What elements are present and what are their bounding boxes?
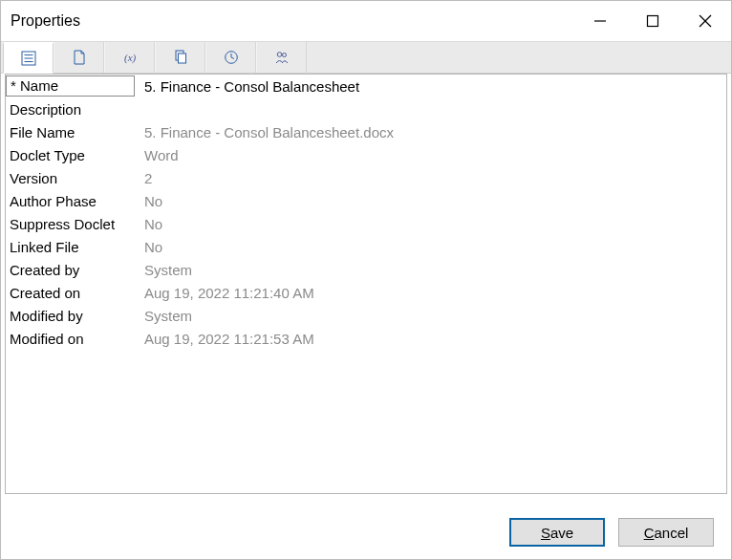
- label-description: Description: [6, 101, 135, 118]
- svg-rect-10: [178, 54, 185, 63]
- actors-tab[interactable]: [256, 42, 307, 73]
- row-linked-file: Linked File No: [6, 235, 726, 258]
- cancel-button[interactable]: Cancel: [618, 518, 714, 547]
- label-file-name: File Name: [6, 124, 135, 140]
- value-created-on: Aug 19, 2022 11:21:40 AM: [135, 285, 726, 301]
- row-version: Version 2: [6, 166, 726, 189]
- close-button[interactable]: [678, 1, 731, 41]
- variables-tab[interactable]: (x): [104, 42, 155, 73]
- variable-x-icon: (x): [122, 50, 138, 65]
- copy-page-icon: [173, 50, 188, 65]
- label-created-by: Created by: [6, 262, 135, 278]
- row-created-on: Created on Aug 19, 2022 11:21:40 AM: [6, 281, 726, 304]
- value-version: 2: [135, 170, 726, 186]
- value-modified-by: System: [135, 308, 726, 324]
- properties-dialog: Properties (x): [0, 0, 732, 560]
- row-description: Description: [6, 97, 726, 120]
- svg-line-13: [231, 57, 234, 59]
- maximize-button[interactable]: [626, 1, 678, 41]
- label-linked-file: Linked File: [6, 239, 135, 255]
- row-suppress-doclet: Suppress Doclet No: [6, 212, 726, 235]
- row-modified-by: Modified by System: [6, 304, 726, 327]
- titlebar: Properties: [1, 1, 731, 41]
- value-linked-file: No: [135, 239, 726, 255]
- label-version: Version: [6, 170, 135, 186]
- users-icon: [274, 50, 290, 65]
- clock-icon: [224, 50, 239, 65]
- cancel-button-label: Cancel: [644, 525, 689, 541]
- properties-tab[interactable]: [3, 42, 54, 74]
- label-name: * Name: [6, 75, 135, 97]
- svg-point-15: [282, 54, 286, 57]
- row-name: * Name 5. Finance - Consol Balancesheet: [6, 75, 726, 97]
- value-doclet-type: Word: [135, 147, 726, 163]
- label-author-phase: Author Phase: [6, 193, 135, 209]
- properties-list-icon: [21, 51, 36, 66]
- label-suppress-doclet: Suppress Doclet: [6, 216, 135, 232]
- window-title: Properties: [11, 12, 80, 30]
- save-button[interactable]: Save: [509, 518, 605, 547]
- row-modified-on: Modified on Aug 19, 2022 11:21:53 AM: [6, 327, 726, 350]
- minimize-button[interactable]: [573, 1, 626, 41]
- history-tab[interactable]: [205, 42, 256, 73]
- value-file-name: 5. Finance - Consol Balancesheet.docx: [135, 124, 726, 140]
- copy-tab[interactable]: [155, 42, 205, 73]
- maximize-icon: [646, 14, 659, 28]
- label-created-on: Created on: [6, 285, 135, 301]
- svg-rect-1: [647, 16, 657, 27]
- value-modified-on: Aug 19, 2022 11:21:53 AM: [135, 331, 726, 347]
- value-created-by: System: [135, 262, 726, 278]
- properties-table: * Name 5. Finance - Consol Balancesheet …: [5, 74, 727, 494]
- doclet-tab[interactable]: [54, 42, 104, 73]
- label-modified-by: Modified by: [6, 308, 135, 324]
- row-author-phase: Author Phase No: [6, 189, 726, 212]
- value-suppress-doclet: No: [135, 216, 726, 232]
- row-file-name: File Name 5. Finance - Consol Balanceshe…: [6, 120, 726, 143]
- page-icon: [72, 50, 87, 65]
- row-doclet-type: Doclet Type Word: [6, 143, 726, 166]
- value-name[interactable]: 5. Finance - Consol Balancesheet: [135, 78, 726, 95]
- label-modified-on: Modified on: [6, 331, 135, 347]
- svg-point-14: [277, 53, 282, 57]
- tabbar: (x): [1, 41, 731, 74]
- minimize-icon: [593, 14, 607, 28]
- close-icon: [699, 14, 712, 28]
- svg-text:(x): (x): [124, 52, 137, 64]
- save-button-label: Save: [541, 525, 573, 541]
- label-doclet-type: Doclet Type: [6, 147, 135, 163]
- value-author-phase: No: [135, 193, 726, 209]
- row-created-by: Created by System: [6, 258, 726, 281]
- content-area: * Name 5. Finance - Consol Balancesheet …: [1, 74, 731, 506]
- dialog-footer: Save Cancel: [1, 506, 731, 559]
